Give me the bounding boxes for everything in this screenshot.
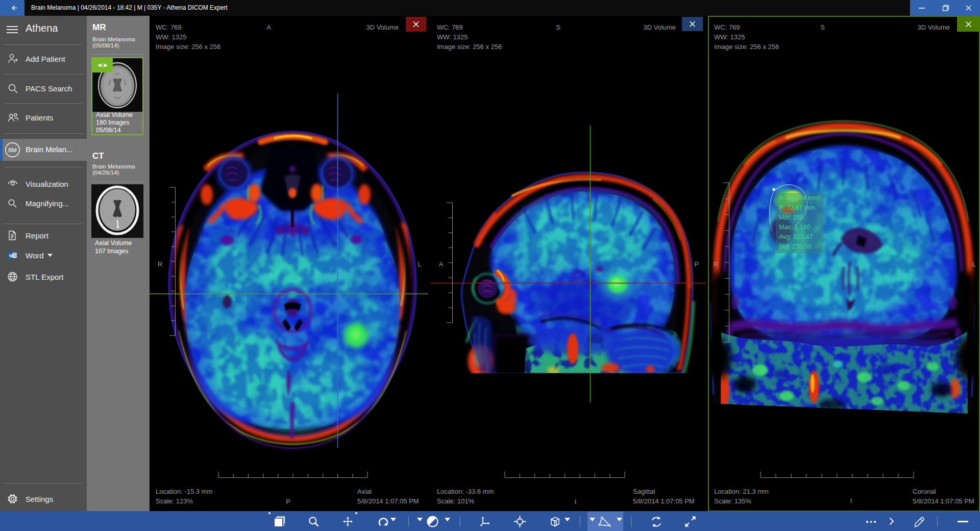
svg-text:P: 73.87 mm: P: 73.87 mm xyxy=(779,204,815,211)
svg-text:W: W xyxy=(9,253,14,258)
svg-text:BM: BM xyxy=(8,147,17,153)
svg-text:Avg: 510.47: Avg: 510.47 xyxy=(779,233,813,240)
svg-text:Min: 155: Min: 155 xyxy=(779,214,803,221)
svg-text:Max: 1,160: Max: 1,160 xyxy=(779,224,811,231)
svg-text:A: 390.74 mm²: A: 390.74 mm² xyxy=(779,195,821,202)
svg-text:Std: 270.00: Std: 270.00 xyxy=(779,243,812,250)
